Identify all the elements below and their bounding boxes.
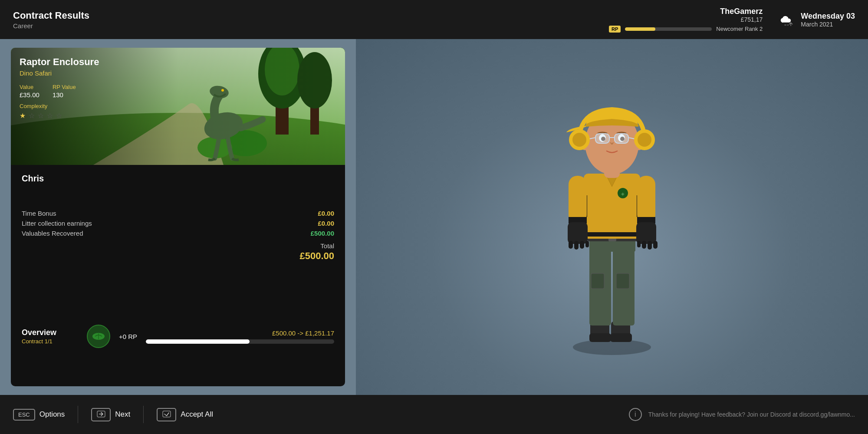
earning-row-0: Time Bonus £0.00 <box>22 210 334 217</box>
rank-progress-fill <box>625 27 655 31</box>
rp-label: RP Value <box>53 84 76 90</box>
options-label: Options <box>39 410 65 419</box>
contract-rp: RP Value 130 <box>53 84 76 99</box>
money-change-label: £500.00 -> £1,251.17 <box>146 329 334 337</box>
svg-rect-15 <box>589 333 611 342</box>
earning-label-1: Litter collection earnings <box>22 220 92 227</box>
info-button[interactable]: i <box>629 408 642 421</box>
contract-image-area: Raptor Enclosure Dino Safari Value £35.0… <box>11 48 345 165</box>
page-subtitle: Career <box>13 22 609 30</box>
svg-rect-54 <box>615 134 628 143</box>
earning-value-0: £0.00 <box>318 210 334 217</box>
overview-progress-fill <box>146 339 250 344</box>
earning-row-1: Litter collection earnings £0.00 <box>22 220 334 227</box>
earning-value-1: £0.00 <box>318 220 334 227</box>
contract-value: Value £35.00 <box>20 84 39 99</box>
contract-meta: Value £35.00 RP Value 130 <box>20 84 99 99</box>
complexity-stars: ★ ☆ ☆ ☆ ☆ <box>20 112 99 119</box>
accept-key-svg <box>162 411 171 418</box>
rank-label: Newcomer Rank 2 <box>716 26 763 32</box>
total-value: £500.00 <box>299 250 334 262</box>
next-key-svg <box>97 411 105 418</box>
complexity-label: Complexity <box>20 103 99 109</box>
right-panel: ◈ <box>356 39 868 395</box>
rp-badge: RP <box>609 26 621 33</box>
rank-bar: RP Newcomer Rank 2 <box>609 26 763 33</box>
overview-bar: Overview Contract 1/1 +0 RP £500.00 -> £… <box>11 317 345 356</box>
star-5: ☆ <box>56 112 64 119</box>
leaf-icon <box>92 332 105 341</box>
svg-rect-44 <box>653 241 658 249</box>
svg-rect-33 <box>568 222 588 244</box>
contract-name: Raptor Enclosure <box>20 56 99 68</box>
date-info: Wednesday 03 March 2021 <box>780 12 855 28</box>
value-label: Value <box>20 84 39 90</box>
earnings-rows: Time Bonus £0.00 Litter collection earni… <box>22 210 334 237</box>
bottom-right-info: i Thanks for playing! Have feedback? Joi… <box>629 408 855 421</box>
earning-label-2: Valuables Recovered <box>22 230 83 237</box>
earning-value-2: £500.00 <box>311 230 334 237</box>
main-content: Raptor Enclosure Dino Safari Value £35.0… <box>0 39 868 395</box>
complexity-section: Complexity ★ ☆ ☆ ☆ ☆ <box>20 103 99 119</box>
esc-key: ESC <box>13 409 35 421</box>
rank-progress-bar <box>625 27 712 31</box>
overview-subtitle: Contract 1/1 <box>22 338 78 345</box>
total-row: Total £500.00 <box>22 242 334 262</box>
date-day: Wednesday 03 <box>801 12 855 21</box>
rp-icon-circle <box>87 325 110 348</box>
player-header-info: TheGamerz £751,17 RP Newcomer Rank 2 Wed… <box>609 7 855 33</box>
worker-name: Chris <box>22 174 334 184</box>
bottom-bar: ESC Options Next Accept All i Thanks for… <box>0 395 868 434</box>
svg-text:◈: ◈ <box>621 191 625 196</box>
svg-rect-53 <box>595 134 609 143</box>
svg-rect-34 <box>569 241 573 249</box>
svg-rect-17 <box>610 333 632 342</box>
separator-2 <box>143 406 144 423</box>
overview-info: Overview Contract 1/1 <box>22 328 78 345</box>
separator-1 <box>78 406 78 423</box>
contract-location: Dino Safari <box>20 69 99 77</box>
earnings-section: Chris Time Bonus £0.00 Litter collection… <box>11 165 345 270</box>
top-bar: Contract Results Career TheGamerz £751,1… <box>0 0 868 39</box>
svg-rect-42 <box>642 241 646 249</box>
player-money: £751,17 <box>609 16 763 23</box>
svg-rect-63 <box>163 411 171 417</box>
character-figure: ◈ <box>542 87 681 356</box>
next-key-icon <box>91 408 111 421</box>
accept-all-action[interactable]: Accept All <box>157 408 213 421</box>
next-action[interactable]: Next <box>91 408 130 421</box>
esc-options-action[interactable]: ESC Options <box>13 409 65 421</box>
svg-rect-21 <box>616 273 629 289</box>
left-panel: Raptor Enclosure Dino Safari Value £35.0… <box>0 39 356 395</box>
player-name: TheGamerz <box>609 7 763 16</box>
cloud-icon <box>780 12 796 27</box>
svg-rect-36 <box>580 241 584 249</box>
rp-change-label: +0 RP <box>119 333 137 340</box>
star-4: ☆ <box>47 112 55 119</box>
svg-rect-20 <box>591 273 604 289</box>
star-2: ☆ <box>29 112 36 119</box>
info-icon: i <box>635 411 636 418</box>
svg-rect-35 <box>574 241 579 250</box>
svg-rect-38 <box>637 176 655 224</box>
svg-rect-40 <box>636 222 656 244</box>
player-info: TheGamerz £751,17 RP Newcomer Rank 2 <box>609 7 763 33</box>
date-text-container: Wednesday 03 March 2021 <box>801 12 855 28</box>
accept-key-icon <box>157 408 176 421</box>
star-3: ☆ <box>38 112 46 119</box>
accept-label: Accept All <box>181 410 213 419</box>
contract-info-overlay: Raptor Enclosure Dino Safari Value £35.0… <box>20 56 99 119</box>
total-label: Total <box>320 242 334 250</box>
star-1: ★ <box>20 112 27 119</box>
svg-rect-37 <box>585 241 589 247</box>
svg-rect-41 <box>637 241 641 247</box>
rp-amount: 130 <box>53 91 76 99</box>
money-progress: £500.00 -> £1,251.17 <box>146 329 334 344</box>
svg-rect-31 <box>569 176 587 224</box>
svg-rect-26 <box>584 232 640 237</box>
earning-label-0: Time Bonus <box>22 210 56 217</box>
earning-row-2: Valuables Recovered £500.00 <box>22 230 334 237</box>
date-month: March 2021 <box>801 21 855 28</box>
overview-progress-bar <box>146 339 334 344</box>
svg-point-59 <box>572 133 586 147</box>
